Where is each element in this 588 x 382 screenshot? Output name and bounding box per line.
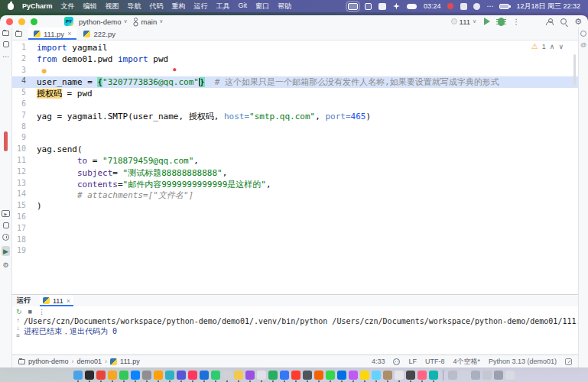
notifications-icon[interactable]: @ (580, 41, 586, 48)
dock-app-icon[interactable] (142, 371, 151, 380)
menu-item-重构[interactable]: 重构 (172, 2, 186, 11)
git-branch-selector[interactable]: main ∨ (133, 18, 164, 26)
record-stop-icon[interactable] (447, 3, 453, 9)
dock-app-icon[interactable] (154, 371, 163, 380)
prev-problem-icon[interactable]: ∧ (550, 43, 555, 50)
menu-item-工具[interactable]: 工具 (216, 2, 230, 11)
code-line[interactable]: 3 ● ● (12, 66, 578, 77)
code-line[interactable]: 1import yagmail (12, 43, 578, 54)
run-tool-icon-active[interactable]: ▶ (2, 246, 10, 256)
file-encoding[interactable]: UTF-8 (425, 358, 445, 365)
code-line[interactable]: 19 (12, 246, 578, 257)
stage-icon[interactable] (365, 3, 372, 10)
code-line[interactable]: 14 # attachments=["文件名"] (12, 189, 578, 201)
code-editor[interactable]: 1import yagmail2from demo01.pwd import p… (12, 40, 578, 294)
code-line[interactable]: 12 subject= "测试标题88888888888", (12, 167, 578, 179)
dock-app-icon[interactable] (372, 371, 381, 380)
breadcrumb-item[interactable]: python-demo (28, 358, 69, 365)
dock-minimized-icon[interactable] (460, 371, 469, 380)
more-options-icon[interactable]: ⋮ (38, 308, 45, 316)
copilot-status-icon[interactable] (393, 358, 400, 365)
run-panel-title[interactable]: 运行 (17, 296, 31, 306)
dock-app-icon[interactable] (268, 371, 278, 380)
more-actions-button[interactable]: ⋮ (512, 18, 520, 26)
code-line[interactable]: 9 (12, 133, 578, 144)
code-line[interactable]: 10yag.send( (12, 144, 578, 156)
code-line[interactable]: 13 contents="邮件内容9999999999999是这样的", (12, 179, 578, 190)
dock-app-icon[interactable] (360, 371, 369, 380)
dock-app-icon[interactable] (349, 371, 358, 380)
sparkle-icon[interactable] (393, 3, 400, 10)
dock-minimized-icon[interactable] (494, 371, 503, 380)
menubar-clock[interactable]: 12月18日 周三 22:32 (516, 2, 580, 11)
dock-app-icon[interactable] (429, 371, 438, 380)
code-line[interactable]: 4user_name = {"3207773836@qq.com"} # 这个如… (12, 76, 578, 88)
stop-button[interactable]: ■ (28, 308, 32, 316)
run-tab[interactable]: 111 × (40, 295, 73, 306)
app-b-icon[interactable] (473, 3, 480, 10)
dock-app-icon[interactable] (131, 371, 140, 380)
menu-item-窗口[interactable]: 窗口 (255, 2, 269, 11)
breadcrumb-item[interactable]: demo01 (77, 358, 102, 365)
up-stacktrace-icon[interactable]: ↑ (17, 317, 20, 324)
menu-item-运行[interactable]: 运行 (194, 2, 208, 11)
menu-item-导航[interactable]: 导航 (128, 2, 141, 11)
menu-item-视图[interactable]: 视图 (106, 2, 119, 11)
dock-app-icon[interactable] (211, 371, 220, 380)
dock-app-icon[interactable] (85, 371, 94, 380)
debug-button[interactable] (498, 18, 505, 26)
close-icon[interactable]: × (67, 30, 71, 37)
dock-app-icon[interactable] (234, 371, 243, 380)
settings-gear-icon[interactable]: ⚙ (574, 18, 582, 25)
notification-marker[interactable] (4, 131, 8, 151)
dock-app-icon[interactable] (165, 371, 174, 380)
folder-icon[interactable] (15, 31, 22, 37)
line-separator[interactable]: LF (408, 358, 417, 365)
menu-item-Git[interactable]: Git (239, 2, 248, 11)
code-line[interactable]: 2from demo01.pwd import pwd (12, 54, 578, 66)
apple-menu-icon[interactable] (8, 3, 14, 10)
dock-app-icon[interactable] (188, 371, 197, 380)
menubar-app-name[interactable]: PyCharm (22, 2, 53, 10)
dock-app-icon[interactable] (326, 371, 335, 380)
dock-app-icon[interactable] (223, 371, 232, 380)
dock-app-icon[interactable] (257, 371, 266, 380)
dock-app-icon[interactable] (280, 371, 289, 380)
code-line[interactable]: 8 (12, 122, 578, 134)
search-everywhere-icon[interactable] (560, 18, 567, 24)
menu-item-帮助[interactable]: 帮助 (278, 2, 291, 11)
menu-item-代码[interactable]: 代码 (150, 2, 164, 11)
menu-item-编辑[interactable]: 编辑 (83, 2, 97, 11)
menu-item-文件[interactable]: 文件 (61, 2, 75, 11)
soft-wrap-icon[interactable]: ≡ (16, 332, 20, 339)
dock-minimized-icon[interactable] (505, 371, 515, 380)
code-line[interactable]: 17 (12, 224, 578, 235)
python-interpreter[interactable]: Python 3.13 (demo01) (489, 358, 557, 365)
run-button[interactable] (484, 18, 490, 25)
maximize-window-button[interactable] (31, 18, 37, 25)
dock-minimized-icon[interactable] (471, 371, 480, 380)
dock-app-icon[interactable] (406, 371, 415, 380)
input-icon[interactable] (378, 3, 386, 10)
project-tool-icon[interactable] (2, 31, 9, 36)
console-output[interactable]: /Users/czn/Documents/workspace/python-de… (24, 316, 578, 354)
dock-app-icon[interactable] (314, 371, 323, 380)
editor-scrollbar[interactable] (573, 54, 576, 85)
dock-app-icon[interactable] (383, 371, 392, 380)
dock-app-icon[interactable] (96, 371, 106, 380)
code-line[interactable]: 16 (12, 212, 578, 224)
ai-assistant-icon[interactable] (580, 31, 586, 37)
dock-app-icon[interactable] (200, 371, 209, 380)
terminal-tool-icon[interactable]: ⚙ (2, 261, 8, 269)
dock-app-icon[interactable] (177, 371, 186, 380)
battery-icon[interactable] (499, 4, 509, 9)
project-selector[interactable]: python-demo ∨ (79, 18, 128, 26)
python-console-icon[interactable] (3, 222, 9, 228)
dock-app-icon[interactable] (73, 371, 83, 380)
dock-app-icon[interactable] (395, 371, 404, 380)
dock-app-icon[interactable] (119, 371, 128, 380)
down-stacktrace-icon[interactable]: ↓ (17, 325, 20, 332)
dock-app-icon[interactable] (303, 371, 312, 380)
inspection-widget[interactable]: ⚠ 1 ∧ ∨ (529, 42, 566, 50)
rerun-button[interactable]: ↻ (16, 308, 22, 316)
